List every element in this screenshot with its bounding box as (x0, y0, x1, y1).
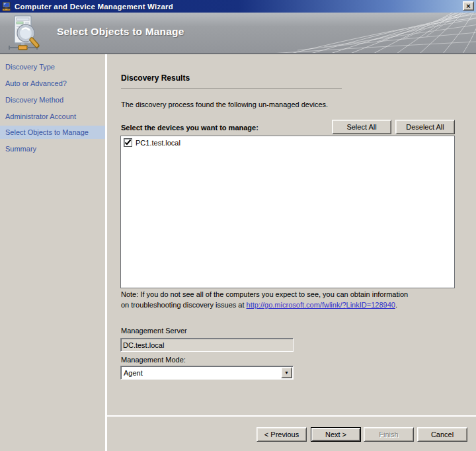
management-mode-combobox[interactable]: Agent ▼ (120, 366, 294, 380)
devices-listbox[interactable]: PC1.test.local (120, 136, 455, 288)
device-list-item[interactable]: PC1.test.local (121, 136, 454, 148)
deselect-all-button[interactable]: Deselect All (395, 120, 455, 134)
select-all-button[interactable]: Select All (332, 120, 391, 134)
cancel-button[interactable]: Cancel (417, 427, 467, 442)
device-checkbox[interactable] (124, 138, 132, 147)
wizard-window: { "window": { "title": "Computer and Dev… (0, 0, 476, 451)
combobox-dropdown-button[interactable]: ▼ (281, 367, 292, 378)
note-suffix: . (395, 301, 397, 309)
next-button[interactable]: Next > (311, 427, 361, 442)
nav-item-discovery-type[interactable]: Discovery Type (0, 60, 105, 73)
management-server-label: Management Server (121, 327, 187, 335)
search-computer-icon (5, 15, 42, 52)
nav-item-auto-or-advanced[interactable]: Auto or Advanced? (0, 77, 105, 90)
section-title: Discovery Results (121, 73, 190, 83)
nav-item-discovery-method[interactable]: Discovery Method (0, 93, 105, 106)
close-icon: × (466, 2, 470, 10)
checkmark-icon (124, 139, 132, 146)
wizard-step-title: Select Objects to Manage (57, 26, 184, 38)
fwlink-hyperlink[interactable]: http://go.microsoft.com/fwlink/?LinkID=1… (247, 301, 395, 309)
device-name: PC1.test.local (136, 139, 180, 147)
management-mode-value: Agent (124, 369, 143, 377)
chevron-down-icon: ▼ (284, 370, 289, 375)
management-mode-label: Management Mode: (121, 356, 186, 364)
window-title: Computer and Device Management Wizard (15, 3, 173, 11)
intro-text: The discovery process found the followin… (121, 101, 328, 108)
previous-button[interactable]: < Previous (257, 427, 307, 442)
section-title-rule (121, 88, 342, 89)
close-button[interactable]: × (463, 1, 474, 11)
finish-button: Finish (364, 427, 414, 442)
sidebar-divider (105, 54, 107, 451)
wizard-banner: Select Objects to Manage (0, 13, 476, 54)
mesh-decoration (251, 13, 476, 53)
nav-item-administrator-account[interactable]: Administrator Account (0, 110, 105, 123)
nav-item-select-objects-to-manage[interactable]: Select Objects to Manage (0, 126, 105, 139)
nav-item-summary[interactable]: Summary (0, 142, 105, 155)
titlebar[interactable]: Computer and Device Management Wizard × (0, 0, 476, 13)
app-network-computer-icon (2, 2, 12, 11)
footer-divider (106, 415, 476, 417)
select-devices-label: Select the devices you want to manage: (121, 124, 258, 132)
troubleshooting-note: Note: If you do not see all of the compu… (121, 290, 416, 310)
management-server-field[interactable] (120, 338, 294, 352)
